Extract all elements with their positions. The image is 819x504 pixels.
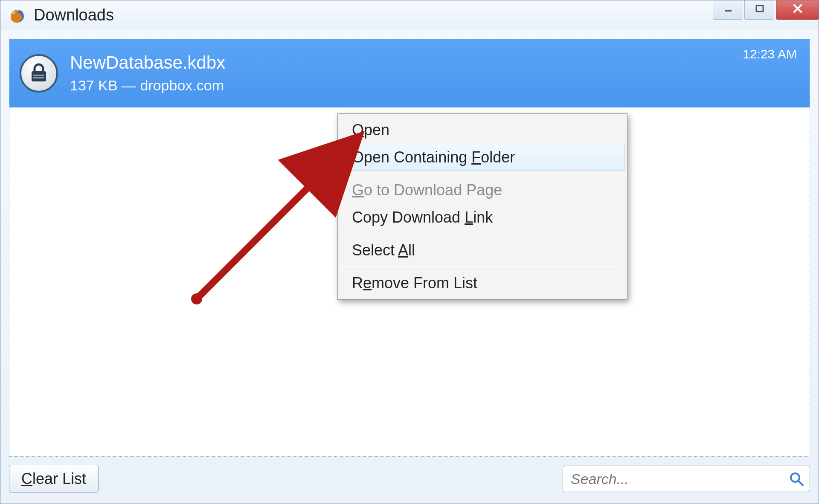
download-item-info: NewDatabase.kdbx 137 KB — dropbox.com xyxy=(70,53,799,93)
svg-line-9 xyxy=(799,481,803,485)
menu-item[interactable]: Remove From List xyxy=(340,269,624,297)
context-menu: OpenOpen Containing FolderGo to Download… xyxy=(337,113,627,300)
minimize-button[interactable] xyxy=(713,0,743,20)
download-size: 137 KB xyxy=(70,77,118,93)
window-title: Downloads xyxy=(34,6,114,24)
menu-item[interactable]: Open xyxy=(340,116,624,144)
download-filename: NewDatabase.kdbx xyxy=(70,53,799,72)
download-time: 12:23 AM xyxy=(743,47,797,61)
window-controls xyxy=(711,0,819,20)
menu-item: Go to Download Page xyxy=(340,177,624,204)
minimize-icon xyxy=(723,3,733,16)
downloads-window: Downloads xyxy=(0,0,819,504)
titlebar[interactable]: Downloads xyxy=(0,0,819,30)
svg-rect-1 xyxy=(725,10,732,12)
svg-rect-4 xyxy=(33,75,44,76)
download-meta: 137 KB — dropbox.com xyxy=(70,77,799,94)
maximize-icon xyxy=(755,3,765,16)
close-icon xyxy=(792,3,804,17)
bottom-bar: Clear List xyxy=(9,462,810,496)
search-icon[interactable] xyxy=(789,471,804,487)
close-button[interactable] xyxy=(776,0,819,20)
menu-item[interactable]: Select All xyxy=(340,237,624,264)
firefox-icon xyxy=(9,7,26,24)
menu-separator xyxy=(342,174,623,174)
search-input[interactable] xyxy=(563,466,810,492)
menu-separator xyxy=(342,234,623,234)
download-source: dropbox.com xyxy=(140,77,224,93)
svg-rect-3 xyxy=(32,71,46,81)
maximize-button[interactable] xyxy=(744,0,774,20)
search-wrap xyxy=(563,466,810,492)
menu-item[interactable]: Copy Download Link xyxy=(340,204,624,231)
svg-rect-5 xyxy=(33,77,44,78)
download-item[interactable]: NewDatabase.kdbx 137 KB — dropbox.com 12… xyxy=(9,39,810,107)
menu-item[interactable]: Open Containing Folder xyxy=(340,144,624,171)
menu-separator xyxy=(342,266,623,267)
svg-rect-2 xyxy=(756,6,763,12)
clear-list-button[interactable]: Clear List xyxy=(9,465,99,493)
keepass-file-icon xyxy=(20,54,58,93)
